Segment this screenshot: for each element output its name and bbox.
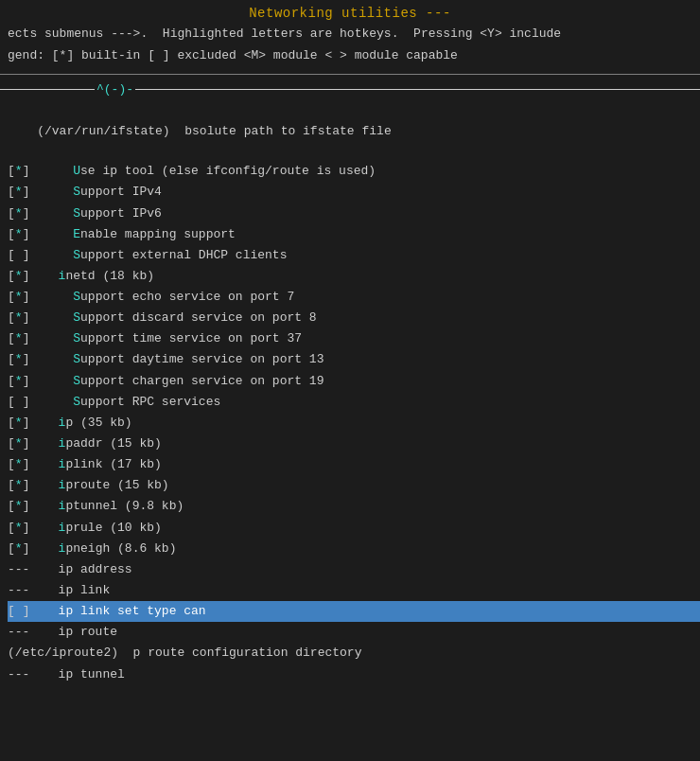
item-text: Support discard service on port 8 — [44, 309, 317, 327]
list-item[interactable]: --- ip address — [8, 559, 700, 580]
item-text: ip link — [44, 581, 110, 600]
bracket-open: [ — [8, 248, 15, 262]
path-ifstate-text: (/var/run/ifstate) bsolute path to ifsta… — [37, 124, 391, 138]
star-char: * — [15, 478, 23, 492]
bracket-open: [ — [8, 206, 15, 221]
item-text: Support echo service on port 7 — [44, 288, 294, 307]
list-item[interactable]: [*] ip (35 kb) — [8, 413, 700, 434]
bracket-open: [ — [8, 499, 15, 513]
item-text: Support IPv4 — [44, 183, 162, 202]
hotkey-char: S — [73, 206, 80, 221]
checkbox: --- — [8, 623, 44, 642]
star-char: * — [15, 541, 23, 556]
hotkey-char: S — [73, 310, 80, 325]
list-item[interactable]: [*] iprule (10 kb) — [8, 518, 700, 539]
list-item[interactable]: [*] Use ip tool (else ifconfig/route is … — [8, 161, 700, 182]
star-char — [15, 604, 23, 618]
checkbox: [*] — [8, 434, 44, 453]
item-text: ip link set type can — [44, 602, 206, 621]
list-item[interactable]: [*] Enable mapping support — [8, 224, 700, 245]
checkbox: [*] — [8, 288, 44, 307]
checkbox: [*] — [8, 204, 44, 223]
list-item[interactable]: (/etc/iproute2) p route configuration di… — [8, 643, 700, 664]
bracket-close: ] — [23, 352, 30, 366]
star-char: * — [15, 374, 23, 388]
list-item[interactable]: [*] inetd (18 kb) — [8, 266, 700, 287]
item-text: Support time service on port 37 — [44, 329, 302, 348]
bracket-close: ] — [23, 374, 30, 388]
checkbox: [*] — [8, 225, 44, 244]
info-y: <Y> include — [473, 27, 562, 41]
bracket-close: ] — [23, 478, 30, 492]
list-item[interactable]: [*] ipaddr (15 kb) — [8, 434, 700, 454]
star-char — [15, 248, 23, 262]
item-text: ip route — [44, 623, 117, 642]
list-item[interactable]: [*] Support IPv4 — [8, 182, 700, 203]
list-item[interactable]: --- ip link — [8, 580, 700, 601]
hotkey-char: E — [73, 227, 80, 241]
bracket-close: ] — [23, 290, 30, 304]
checkbox: [*] — [8, 329, 44, 348]
checkbox: [*] — [8, 414, 44, 433]
item-text: ip tunnel — [44, 665, 125, 684]
item-text: ip address — [44, 560, 132, 579]
item-text: iptunnel (9.8 kb) — [44, 497, 184, 516]
checkbox: --- — [8, 581, 44, 600]
list-item[interactable]: [*] iplink (17 kb) — [8, 454, 700, 475]
checkbox: [*] — [8, 497, 44, 516]
bracket-close: ] — [23, 269, 30, 283]
bracket-close: ] — [23, 521, 30, 535]
checkbox: [*] — [8, 455, 44, 474]
border-left — [0, 89, 95, 90]
list-item[interactable]: [*] Support daytime service on port 13 — [8, 349, 700, 370]
star-char: * — [15, 499, 23, 513]
bracket-open: [ — [8, 269, 15, 283]
list-item[interactable]: [ ] Support external DHCP clients — [8, 245, 700, 266]
list-item[interactable]: [*] Support time service on port 37 — [8, 328, 700, 349]
bracket-open: [ — [8, 310, 15, 325]
star-char: * — [15, 185, 23, 199]
bracket-close: ] — [23, 185, 30, 199]
list-item[interactable]: [*] iproute (15 kb) — [8, 475, 700, 496]
list-item[interactable]: [*] ipneigh (8.6 kb) — [8, 539, 700, 559]
section-header: ^(-)- — [0, 79, 700, 100]
hotkey-char: U — [73, 164, 80, 178]
hotkey-char: S — [73, 395, 80, 409]
checkbox: [*] — [8, 540, 44, 558]
bracket-open: [ — [8, 395, 15, 409]
bracket-open: [ — [8, 227, 15, 241]
list-item[interactable]: [*] Support IPv6 — [8, 204, 700, 224]
list-item[interactable]: [ ] ip link set type can — [8, 601, 700, 622]
item-text: iplink (17 kb) — [44, 455, 162, 474]
legend-line: gend: [*] built-in [ ] excluded <M> modu… — [0, 46, 700, 70]
list-item[interactable]: [*] Support chargen service on port 19 — [8, 371, 700, 392]
menu-content: [*] Use ip tool (else ifconfig/route is … — [0, 161, 700, 685]
list-item[interactable]: --- ip route — [8, 622, 700, 643]
star-char: * — [15, 269, 23, 283]
bracket-open: [ — [8, 457, 15, 471]
star-char: * — [15, 290, 23, 304]
hotkey-char: S — [73, 352, 80, 366]
list-item[interactable]: [*] iptunnel (9.8 kb) — [8, 496, 700, 517]
item-text: Support daytime service on port 13 — [44, 350, 324, 369]
star-char: * — [15, 164, 23, 178]
bracket-close: ] — [23, 395, 30, 409]
star-char: * — [15, 331, 23, 345]
hotkey-char: i — [59, 436, 66, 451]
checkbox: [ ] — [8, 393, 44, 412]
list-item[interactable]: --- ip tunnel — [8, 664, 700, 685]
bracket-open: [ — [8, 478, 15, 492]
bracket-close: ] — [23, 457, 30, 471]
h-divider-top — [0, 74, 700, 75]
list-item[interactable]: [ ] Support RPC services — [8, 392, 700, 413]
item-text: Support external DHCP clients — [44, 246, 287, 265]
checkbox: [*] — [8, 350, 44, 369]
border-right — [135, 89, 700, 90]
hotkey-char: i — [59, 499, 66, 513]
bracket-close: ] — [23, 416, 30, 430]
bracket-open: [ — [8, 185, 15, 199]
list-item[interactable]: [*] Support echo service on port 7 — [8, 287, 700, 308]
hotkey-char: i — [59, 457, 66, 471]
list-item[interactable]: [*] Support discard service on port 8 — [8, 308, 700, 328]
bracket-close: ] — [23, 499, 30, 513]
